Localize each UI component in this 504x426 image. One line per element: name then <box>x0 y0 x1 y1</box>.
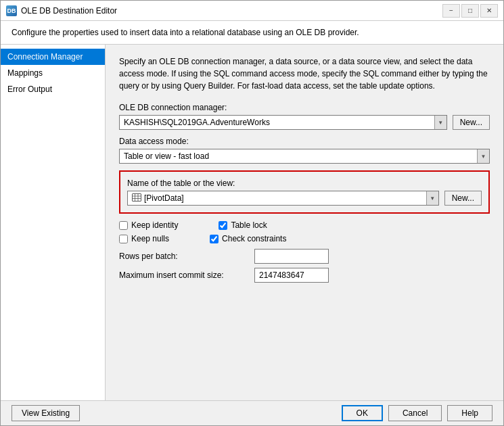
table-name-combo[interactable]: [PivotData] ▼ <box>127 191 439 206</box>
connection-manager-value: KASHISH\SQL2019GA.AdventureWorks <box>120 116 434 129</box>
rows-per-batch-input[interactable] <box>254 249 329 264</box>
max-insert-input[interactable] <box>254 268 329 283</box>
connection-manager-label: OLE DB connection manager: <box>119 103 490 112</box>
close-button[interactable]: ✕ <box>480 4 498 18</box>
title-bar-left: DB OLE DB Destination Editor <box>6 5 117 16</box>
description-text: Configure the properties used to insert … <box>12 28 359 37</box>
sidebar: Connection Manager Mappings Error Output <box>1 45 106 400</box>
minimize-button[interactable]: − <box>442 4 460 18</box>
table-name-arrow[interactable]: ▼ <box>426 191 438 205</box>
main-window: DB OLE DB Destination Editor − □ ✕ Confi… <box>0 0 504 426</box>
data-access-group: Data access mode: Table or view - fast l… <box>119 137 490 164</box>
data-access-label: Data access mode: <box>119 137 490 146</box>
maximize-button[interactable]: □ <box>461 4 479 18</box>
title-controls: − □ ✕ <box>442 4 498 18</box>
cancel-button[interactable]: Cancel <box>388 405 442 421</box>
table-name-label: Name of the table or the view: <box>127 179 482 188</box>
table-lock-label[interactable]: Table lock <box>231 220 267 230</box>
table-lock-item: Table lock <box>219 220 267 230</box>
main-panel: Specify an OLE DB connection manager, a … <box>106 45 503 400</box>
table-lock-checkbox[interactable] <box>219 221 227 230</box>
table-name-value: [PivotData] <box>128 191 426 205</box>
table-icon <box>132 193 141 204</box>
max-insert-row: Maximum insert commit size: <box>119 268 490 283</box>
table-name-new-button[interactable]: New... <box>444 191 482 206</box>
description-bar: Configure the properties used to insert … <box>1 21 503 45</box>
keep-identity-checkbox[interactable] <box>119 221 128 230</box>
help-button[interactable]: Help <box>447 405 492 421</box>
data-access-arrow[interactable]: ▼ <box>477 149 489 163</box>
checkboxes-row-1: Keep identity Table lock <box>119 220 490 230</box>
connection-manager-group: OLE DB connection manager: KASHISH\SQL20… <box>119 103 490 130</box>
rows-per-batch-label: Rows per batch: <box>119 252 254 261</box>
table-name-row: [PivotData] ▼ New... <box>127 191 482 206</box>
keep-identity-item: Keep identity <box>119 220 178 230</box>
check-constraints-item: Check constraints <box>210 234 286 243</box>
rows-per-batch-row: Rows per batch: <box>119 249 490 264</box>
table-name-section: Name of the table or the view: <box>119 170 490 214</box>
keep-nulls-item: Keep nulls <box>119 234 169 243</box>
connection-manager-arrow[interactable]: ▼ <box>434 116 446 129</box>
keep-nulls-label[interactable]: Keep nulls <box>131 234 169 243</box>
data-access-row: Table or view - fast load ▼ <box>119 149 490 164</box>
connection-manager-combo[interactable]: KASHISH\SQL2019GA.AdventureWorks ▼ <box>119 115 447 130</box>
connection-manager-row: KASHISH\SQL2019GA.AdventureWorks ▼ New..… <box>119 115 490 130</box>
sidebar-item-connection-manager[interactable]: Connection Manager <box>1 49 105 65</box>
max-insert-label: Maximum insert commit size: <box>119 270 254 280</box>
data-access-combo[interactable]: Table or view - fast load ▼ <box>119 149 490 164</box>
keep-nulls-checkbox[interactable] <box>119 235 128 243</box>
data-access-value: Table or view - fast load <box>120 149 477 163</box>
check-constraints-label[interactable]: Check constraints <box>222 234 286 243</box>
sidebar-item-error-output[interactable]: Error Output <box>1 81 105 97</box>
connection-manager-new-button[interactable]: New... <box>453 115 490 130</box>
app-icon: DB <box>6 5 17 16</box>
ok-button[interactable]: OK <box>342 405 383 421</box>
title-bar: DB OLE DB Destination Editor − □ ✕ <box>1 1 503 21</box>
view-existing-button[interactable]: View Existing <box>12 405 80 421</box>
rows-section: Rows per batch: Maximum insert commit si… <box>119 249 490 283</box>
sidebar-item-mappings[interactable]: Mappings <box>1 65 105 81</box>
window-title: OLE DB Destination Editor <box>21 6 117 16</box>
content-area: Connection Manager Mappings Error Output… <box>1 45 503 400</box>
check-constraints-checkbox[interactable] <box>210 235 219 243</box>
dialog-buttons: OK Cancel Help <box>342 405 492 421</box>
info-text: Specify an OLE DB connection manager, a … <box>119 55 490 92</box>
checkboxes-row-2: Keep nulls Check constraints <box>119 234 490 243</box>
keep-identity-label[interactable]: Keep identity <box>131 220 178 230</box>
footer-bar: View Existing OK Cancel Help <box>1 400 503 425</box>
svg-rect-0 <box>133 193 141 201</box>
